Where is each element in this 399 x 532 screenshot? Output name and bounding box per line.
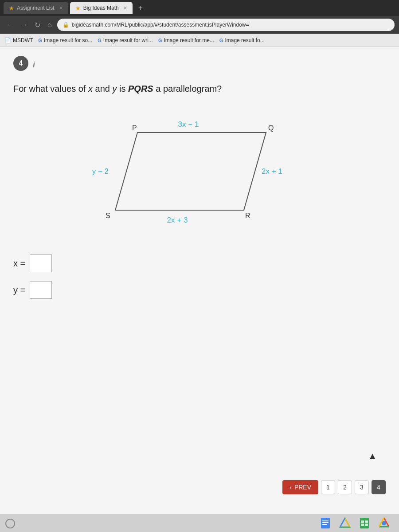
parallelogram-diagram: P Q R S 3x − 1 2x + 3 y − 2 2x + 1 [13,108,386,241]
tab2-close[interactable]: ✕ [123,5,127,11]
y-answer-row: y = [13,281,386,299]
right-side-label: 2x + 1 [262,167,282,176]
drive-inner [340,518,350,527]
tab1-label: Assignment List [17,5,55,11]
bookmark-image4-label: Image result fo... [225,37,264,43]
question-text: For what values of x and y is PQRS a par… [13,82,386,95]
msdwt-label: MSDWT [13,37,33,43]
x-equals-label: x = [13,258,25,269]
vertex-r-label: R [245,212,250,219]
drive-line1 [345,518,350,527]
lock-icon: 🔒 [63,22,69,28]
new-tab-button[interactable]: + [134,2,147,14]
bottom-side-label: 2x + 3 [167,216,188,224]
tab1-icon: ★ [9,5,14,12]
google-icon-2: G [98,38,102,43]
bookmark-image3-label: Image result for me... [164,37,214,43]
answer-section: x = y = [13,254,386,299]
prev-chevron-icon: ‹ [289,484,292,491]
parallelogram-svg: P Q R S 3x − 1 2x + 3 y − 2 2x + 1 [84,108,315,241]
tab-big-ideas-math[interactable]: ★ Big Ideas Math ✕ [70,2,133,14]
address-bar[interactable]: 🔒 bigideasmath.com/MRL/public/app/#/stud… [57,19,395,31]
question-text-suffix: is [117,84,128,94]
taskbar-docs-icon[interactable] [319,517,332,529]
prev-label: PREV [294,484,311,491]
page-4-button[interactable]: 4 [372,480,386,494]
vertex-p-label: P [132,124,137,132]
home-button[interactable]: ⌂ [46,19,54,31]
browser-chrome: ★ Assignment List ✕ ★ Big Ideas Math ✕ +… [0,0,399,47]
question-text-middle: and [93,84,112,94]
bookmark-image1[interactable]: G Image result for so... [38,37,92,43]
address-bar-row: ← → ↻ ⌂ 🔒 bigideasmath.com/MRL/public/ap… [0,16,399,34]
question-shape-label: PQRS [128,84,153,94]
bookmark-image3[interactable]: G Image result for me... [158,37,214,43]
page-1-button[interactable]: 1 [321,480,335,494]
docs-svg [321,517,330,529]
drive-line3 [340,518,345,527]
question-number-badge: 4 [13,56,28,71]
doc-line3 [322,524,327,525]
page-2-button[interactable]: 2 [338,480,352,494]
bottom-navigation: ‹ PREV 1 2 3 4 [282,480,386,494]
doc-line2 [322,522,329,523]
vertex-s-label: S [106,212,110,219]
page-3-button[interactable]: 3 [355,480,369,494]
bookmark-image2-label: Image result for wri... [103,37,153,43]
taskbar-drive-icon[interactable] [339,517,351,529]
question-text-end: a parallelogram? [153,84,222,94]
drive-svg [339,517,351,529]
content-area: 4 i For what values of x and y is PQRS a… [0,47,399,514]
google-icon-1: G [38,38,42,43]
msdwt-doc-icon: 📄 [4,37,11,43]
prev-button[interactable]: ‹ PREV [282,480,318,494]
info-icon[interactable]: i [33,60,35,70]
drive-triangle [340,518,350,527]
tab2-label: Big Ideas Math [83,5,119,11]
sheet-cell4 [365,524,368,526]
bookmark-image2[interactable]: G Image result for wri... [98,37,153,43]
doc-line1 [322,520,329,521]
bookmark-msdwt[interactable]: 📄 MSDWT [4,37,33,43]
y-equals-label: y = [13,285,25,295]
question-info: 4 i [13,56,386,74]
circle-button[interactable] [5,519,15,528]
address-text: bigideasmath.com/MRL/public/app/#/studen… [72,22,249,28]
back-button[interactable]: ← [4,19,15,31]
parallelogram-shape [115,133,266,210]
sheet-cell2 [365,520,368,523]
bookmarks-bar: 📄 MSDWT G Image result for so... G Image… [0,34,399,47]
sheets-rect [360,518,369,528]
tab2-icon: ★ [75,5,81,12]
taskbar-sheets-icon[interactable] [358,517,371,529]
x-answer-input[interactable] [30,254,52,272]
refresh-button[interactable]: ↻ [33,19,42,31]
left-side-label: y − 2 [92,167,109,176]
taskbar-chrome-icon[interactable] [378,517,390,529]
tab1-close[interactable]: ✕ [59,5,63,11]
top-side-label: 3x − 1 [178,120,199,129]
bookmark-image1-label: Image result for so... [44,37,92,43]
taskbar [0,514,399,532]
question-x-label: x [88,84,93,94]
google-icon-3: G [158,38,162,43]
question-text-prefix: For what values of [13,84,88,94]
y-answer-input[interactable] [30,281,52,299]
cursor-indicator: ▲ [368,451,377,461]
sheet-cell3 [361,524,364,526]
sheet-cell1 [361,520,364,523]
forward-button[interactable]: → [19,19,29,31]
tab-assignment-list[interactable]: ★ Assignment List ✕ [4,2,68,14]
tab-bar: ★ Assignment List ✕ ★ Big Ideas Math ✕ + [0,0,399,16]
chrome-svg [378,517,390,529]
sheets-svg [360,517,369,529]
vertex-q-label: Q [268,124,274,132]
question-y-label: y [112,84,117,94]
google-icon-4: G [219,38,223,43]
bookmark-image4[interactable]: G Image result fo... [219,37,265,43]
x-answer-row: x = [13,254,386,272]
